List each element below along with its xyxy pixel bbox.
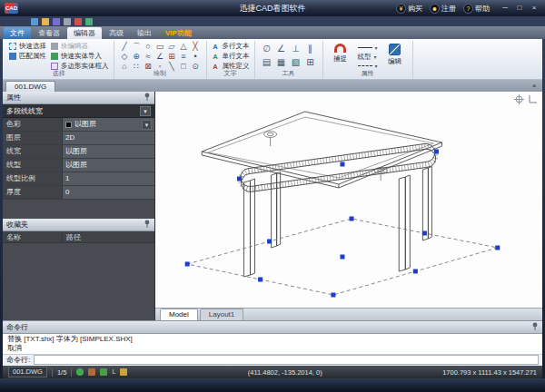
linetype-row[interactable]: 线型 ▾ — [358, 53, 378, 61]
status-page-indicator: 1/5 — [57, 368, 66, 377]
linetype-label: 线型 — [358, 53, 372, 62]
save-file-icon[interactable] — [53, 18, 60, 25]
quick-entity-import-button[interactable]: 快速实体导入 — [51, 52, 109, 61]
dropdown-arrow-icon[interactable]: ▼ — [142, 120, 152, 130]
status-filename[interactable]: 001.DWG — [8, 367, 47, 377]
mline-tool-icon[interactable]: ≡ — [178, 52, 190, 62]
regen-status-icon[interactable] — [76, 368, 84, 376]
property-value: 以图层 — [74, 118, 96, 131]
buy-button[interactable]: ¥ 购买 — [396, 4, 422, 14]
color-row[interactable]: ▾ — [358, 44, 378, 51]
angle-measure-icon[interactable]: ∠ — [274, 42, 289, 55]
tab-file[interactable]: 文件 — [4, 27, 31, 39]
document-tab[interactable]: 001.DWG — [5, 81, 55, 92]
ucs-status-icon[interactable]: L — [112, 368, 115, 376]
parallel-tool-icon[interactable]: ∥ — [303, 42, 318, 55]
singleline-text-button[interactable]: A 单行文本 — [212, 52, 250, 61]
diameter-tool-icon[interactable]: ∅ — [260, 42, 274, 55]
property-row-thickness[interactable]: 厚度 0 — [3, 186, 154, 200]
diamond-tool-icon[interactable]: ◇ — [119, 52, 131, 62]
undo-icon[interactable] — [85, 18, 93, 25]
entity-type-selector[interactable]: 多段线线宽 ▼ — [3, 104, 154, 118]
help-button[interactable]: ? 帮助 — [463, 4, 490, 14]
register-button[interactable]: ☻ 注册 — [430, 4, 456, 14]
command-history[interactable]: 替换 [TXT.shx] 字体为 [SIMPLEX.SHX] 取消 — [3, 334, 542, 354]
hatch-tool-icon[interactable]: ⊞ — [166, 52, 178, 62]
document-close-icon[interactable]: × — [529, 81, 540, 92]
ribbon-group-properties: 捕捉 ▾ 线型 ▾ ▾ — [323, 41, 413, 79]
osnap-status-icon[interactable] — [88, 368, 95, 376]
open-file-icon[interactable] — [42, 18, 49, 25]
ribbon-group-select: 快速选择 匹配属性 块编辑器 快速实体导入 — [5, 41, 114, 79]
tab-viewer[interactable]: 查看器 — [32, 27, 66, 39]
print-icon[interactable] — [64, 18, 71, 25]
pin-icon[interactable] — [144, 93, 151, 103]
quick-select-button[interactable]: 快速选择 — [9, 42, 46, 51]
layer-tool-icon[interactable]: ▤ — [260, 55, 274, 69]
hatch-fill-icon[interactable]: ▧ — [289, 55, 303, 69]
command-line-entry: 取消 — [7, 344, 538, 353]
arc-tool-icon[interactable]: ⌒ — [131, 42, 143, 52]
drawing-viewport[interactable] — [155, 92, 542, 308]
block-editor-button[interactable]: 块编辑器 — [51, 42, 109, 51]
property-value: 以图层 — [65, 145, 87, 158]
color-swatch-icon — [358, 47, 372, 48]
property-row-layer[interactable]: 图层 2D — [3, 132, 154, 145]
perpendicular-tool-icon[interactable]: ⊥ — [289, 42, 303, 55]
property-row-lineweight[interactable]: 线宽 以图层 — [3, 145, 154, 159]
minimize-button[interactable]: ─ — [499, 3, 511, 14]
pin-icon[interactable] — [531, 322, 539, 332]
favorites-name-column[interactable]: 名称 — [3, 231, 63, 242]
preview-icon[interactable] — [74, 18, 82, 25]
ucs-axes-icon[interactable] — [528, 94, 538, 104]
pin-icon[interactable] — [144, 220, 151, 230]
main-area: 属性 多段线线宽 ▼ 色彩 以图层 ▼ — [3, 92, 542, 320]
property-label: 线型 — [3, 159, 63, 172]
property-row-ltscale[interactable]: 线型比例 1 — [3, 172, 154, 186]
line-tool-icon[interactable]: ╱ — [119, 42, 131, 52]
grid-tool-icon[interactable]: ▦ — [274, 55, 289, 69]
multiline-text-button[interactable]: A 多行文本 — [212, 42, 250, 51]
property-row-color[interactable]: 色彩 以图层 ▼ — [3, 118, 154, 132]
tab-output[interactable]: 输出 — [131, 27, 158, 39]
tab-editor[interactable]: 编辑器 — [67, 27, 102, 39]
edit-toggle-button[interactable]: 编辑 — [382, 42, 408, 69]
maximize-button[interactable]: □ — [513, 3, 526, 14]
spline-tool-icon[interactable]: ≈ — [143, 52, 154, 62]
dot-tool-icon[interactable]: • — [190, 52, 202, 62]
point-tool-icon[interactable]: ⊕ — [131, 52, 143, 62]
dropdown-arrow-icon[interactable]: ▼ — [140, 106, 151, 116]
rectangle-tool-icon[interactable]: ▭ — [154, 42, 166, 52]
polygon-tool-icon[interactable]: ▱ — [166, 42, 178, 52]
crosshair-icon[interactable] — [514, 94, 524, 104]
tab-layout1[interactable]: Layout1 — [200, 309, 243, 320]
match-properties-button[interactable]: 匹配属性 — [9, 52, 46, 61]
app-window: CAD 迅捷CAD看图软件 ¥ 购买 ☻ 注册 ? 帮助 ─ □ × — [0, 0, 545, 392]
favorites-list[interactable] — [3, 243, 154, 320]
lineweight-row[interactable]: ▾ — [358, 63, 378, 69]
snap-label: 捕捉 — [333, 54, 347, 64]
grid-status-icon[interactable] — [120, 368, 127, 376]
new-file-icon[interactable] — [31, 18, 38, 25]
snap-toggle-button[interactable]: 捕捉 — [328, 42, 353, 69]
plugin-status-icon[interactable] — [100, 368, 107, 376]
tab-vip[interactable]: VIP功能 — [159, 27, 198, 39]
table-tool-icon[interactable]: ⊞ — [303, 55, 318, 69]
chevron-down-icon: ▾ — [374, 54, 377, 60]
draw-group-label: 绘制 — [114, 69, 206, 78]
angle-tool-icon[interactable]: ∠ — [154, 52, 166, 62]
favorites-path-column[interactable]: 路径 — [63, 231, 154, 242]
tab-model[interactable]: Model — [160, 309, 198, 320]
tab-advanced[interactable]: 高级 — [103, 27, 130, 39]
command-input[interactable] — [34, 355, 539, 365]
match-properties-icon — [9, 53, 16, 60]
snap-magnet-icon — [334, 44, 346, 53]
singleline-text-icon: A — [212, 53, 220, 61]
cross-tool-icon[interactable]: ╳ — [190, 42, 202, 52]
command-panel: 命令行 替换 [TXT.shx] 字体为 [SIMPLEX.SHX] 取消 命令… — [3, 320, 542, 366]
property-row-linetype[interactable]: 线型 以图层 — [3, 159, 154, 172]
circle-tool-icon[interactable]: ○ — [143, 42, 154, 52]
command-prompt-label: 命令行: — [6, 355, 30, 365]
triangle-tool-icon[interactable]: △ — [178, 42, 190, 52]
close-button[interactable]: × — [528, 3, 540, 14]
